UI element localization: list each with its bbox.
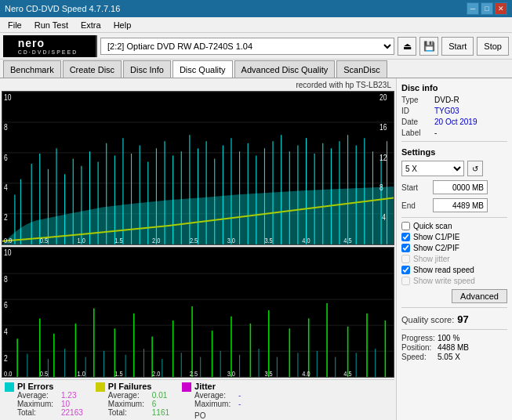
titlebar-controls: ─ □ ✕ xyxy=(467,2,507,15)
y-label-2: 2 xyxy=(4,213,8,223)
minimize-button[interactable]: ─ xyxy=(467,2,479,15)
main-content: recorded with hp TS-LB23L xyxy=(0,78,512,420)
y-right-20: 20 xyxy=(379,92,387,102)
disc-info-title: Disc info xyxy=(401,83,507,92)
tab-create-disc[interactable]: Create Disc xyxy=(63,60,122,78)
svg-text:3.0: 3.0 xyxy=(227,237,236,245)
pi-failures-stat: PI Failures Average: 0.01 Maximum: 6 Tot… xyxy=(96,382,169,418)
start-input[interactable] xyxy=(433,180,488,194)
show-write-speed-row: Show write speed xyxy=(401,277,507,285)
menu-help[interactable]: Help xyxy=(109,19,136,31)
show-write-speed-checkbox[interactable] xyxy=(401,277,410,285)
quality-score-label: Quality score: xyxy=(401,315,454,324)
svg-text:2.0: 2.0 xyxy=(152,370,161,378)
show-read-speed-label: Show read speed xyxy=(413,266,474,274)
end-input[interactable] xyxy=(433,198,488,212)
show-c2-row: Show C2/PIF xyxy=(401,244,507,252)
jitter-color xyxy=(182,382,191,392)
svg-text:2: 2 xyxy=(4,353,8,363)
po-fail-label: PO failures: xyxy=(194,411,235,420)
y-right-8: 8 xyxy=(379,183,383,192)
pi-fail-max-value: 6 xyxy=(152,400,157,408)
pi-fail-avg-label: Average: xyxy=(108,391,149,400)
svg-text:3.0: 3.0 xyxy=(227,370,236,378)
jitter-max-value: - xyxy=(238,400,241,408)
show-c2-checkbox[interactable] xyxy=(401,244,410,252)
show-jitter-label: Show jitter xyxy=(413,255,450,263)
start-label: Start xyxy=(401,183,430,192)
titlebar: Nero CD-DVD Speed 4.7.7.16 ─ □ ✕ xyxy=(0,0,512,17)
menu-extra[interactable]: Extra xyxy=(76,19,106,31)
tab-benchmark[interactable]: Benchmark xyxy=(3,60,61,78)
show-write-speed-label: Show write speed xyxy=(413,277,475,285)
divider-1 xyxy=(401,141,507,142)
menu-run-test[interactable]: Run Test xyxy=(30,19,73,31)
svg-text:0.5: 0.5 xyxy=(40,237,49,245)
nero-subbrand: CD·DVD/SPEED xyxy=(18,49,78,55)
nero-logo: nero CD·DVD/SPEED xyxy=(3,35,97,57)
pi-fail-total-value: 1161 xyxy=(152,408,169,417)
show-jitter-checkbox[interactable] xyxy=(401,255,410,263)
disc-type-row: Type DVD-R xyxy=(401,96,507,104)
tab-advanced-disc-quality[interactable]: Advanced Disc Quality xyxy=(234,60,336,78)
pi-errors-avg-value: 1.23 xyxy=(61,391,76,400)
speed-value: 5.05 X xyxy=(438,353,460,361)
eject-icon-button[interactable]: ⏏ xyxy=(398,37,416,56)
pi-failures-color xyxy=(96,382,105,392)
chart-stats: PI Errors Average: 1.23 Maximum: 10 Tota… xyxy=(2,379,394,420)
progress-label: Progress: xyxy=(401,334,434,342)
pi-errors-color xyxy=(5,382,14,392)
svg-text:4.0: 4.0 xyxy=(302,370,310,378)
drive-select[interactable]: [2:2] Optiarc DVD RW AD-7240S 1.04 xyxy=(100,38,394,55)
pi-fail-max-label: Maximum: xyxy=(108,400,149,408)
speed-refresh-button[interactable]: ↺ xyxy=(467,161,483,176)
svg-text:8: 8 xyxy=(4,274,8,284)
show-c1-checkbox[interactable] xyxy=(401,233,410,241)
y-right-16: 16 xyxy=(379,122,387,132)
top-chart-container: 10 8 6 4 2 20 16 12 8 4 0.0 0.5 1.0 1.5 … xyxy=(2,91,394,245)
pi-errors-avg-label: Average: xyxy=(17,391,58,400)
svg-text:4.0: 4.0 xyxy=(302,237,310,245)
end-setting-row: End xyxy=(401,198,507,212)
right-panel: Disc info Type DVD-R ID TYG03 Date 20 Oc… xyxy=(396,78,512,420)
chart-title: recorded with hp TS-LB23L xyxy=(2,80,394,91)
svg-text:1.0: 1.0 xyxy=(78,370,86,378)
y-label-4: 4 xyxy=(4,183,8,192)
pi-fail-total-label: Total: xyxy=(108,408,149,417)
show-read-speed-checkbox[interactable] xyxy=(401,266,410,274)
quick-scan-checkbox[interactable] xyxy=(401,222,410,230)
titlebar-title: Nero CD-DVD Speed 4.7.7.16 xyxy=(5,4,120,13)
show-c2-label: Show C2/PIF xyxy=(413,244,459,252)
toolbar: nero CD·DVD/SPEED [2:2] Optiarc DVD RW A… xyxy=(0,33,512,60)
tab-disc-quality[interactable]: Disc Quality xyxy=(172,60,233,78)
stop-button[interactable]: Stop xyxy=(477,37,509,56)
speed-row: Speed: 5.05 X xyxy=(401,353,507,361)
tab-disc-info[interactable]: Disc Info xyxy=(123,60,171,78)
svg-text:1.0: 1.0 xyxy=(78,237,86,245)
svg-text:4.5: 4.5 xyxy=(343,237,352,245)
show-c1-row: Show C1/PIE xyxy=(401,233,507,241)
disc-id-value: TYG03 xyxy=(434,107,459,115)
svg-text:1.5: 1.5 xyxy=(114,370,123,378)
show-c1-label: Show C1/PIE xyxy=(413,233,459,241)
svg-text:0.0: 0.0 xyxy=(4,237,13,245)
tab-scan-disc[interactable]: ScanDisc xyxy=(336,60,387,78)
pi-errors-label: PI Errors xyxy=(17,382,83,391)
divider-3 xyxy=(401,307,507,308)
start-button[interactable]: Start xyxy=(441,37,474,56)
advanced-button[interactable]: Advanced xyxy=(452,289,507,303)
disc-id-row: ID TYG03 xyxy=(401,107,507,115)
jitter-stat: Jitter Average: - Maximum: - PO failures… xyxy=(182,382,241,418)
disc-label-row: Label - xyxy=(401,129,507,137)
divider-2 xyxy=(401,217,507,218)
pi-errors-max-label: Maximum: xyxy=(17,400,58,408)
maximize-button[interactable]: □ xyxy=(481,2,493,15)
speed-select[interactable]: 5 X xyxy=(401,161,464,176)
app-title: Nero CD-DVD Speed 4.7.7.16 xyxy=(5,4,120,13)
tab-bar: Benchmark Create Disc Disc Info Disc Qua… xyxy=(0,60,512,78)
close-button[interactable]: ✕ xyxy=(495,2,507,15)
save-icon-button[interactable]: 💾 xyxy=(419,37,438,56)
menu-file[interactable]: File xyxy=(3,19,27,31)
svg-text:2.0: 2.0 xyxy=(152,237,161,245)
show-read-speed-row: Show read speed xyxy=(401,266,507,274)
